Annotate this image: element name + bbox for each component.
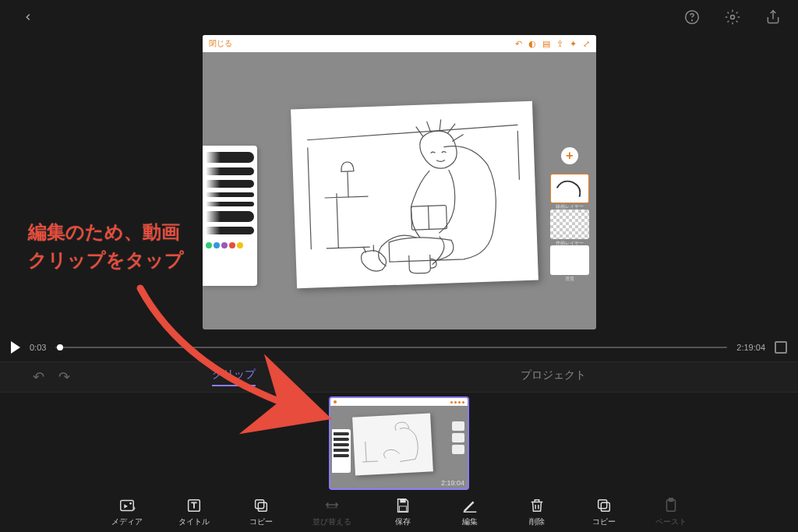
- svg-rect-6: [121, 500, 134, 510]
- play-button[interactable]: [11, 341, 20, 354]
- tool-reorder: 並び替える: [312, 497, 351, 527]
- current-time: 0:03: [30, 343, 46, 352]
- media-icon: +: [118, 497, 136, 514]
- brush-5[interactable]: [206, 202, 254, 206]
- brush-4[interactable]: [206, 192, 254, 197]
- bottom-toolbar: + メディア タイトル コピー 並び替える 保存 編集 削除 コピー ペースト: [0, 491, 798, 532]
- layer-thumb-2[interactable]: 作画レイヤー: [550, 210, 589, 239]
- layers-panel: + 線画レイヤー 作画レイヤー 背景: [549, 147, 591, 275]
- redo-button[interactable]: ↷: [58, 368, 70, 386]
- svg-point-7: [129, 502, 132, 504]
- document-toolbar: 閉じる ↶ ◐ ▤ ⇪ ✦ ⤢: [203, 35, 596, 52]
- document-preview: 閉じる ↶ ◐ ▤ ⇪ ✦ ⤢: [203, 35, 596, 329]
- drawing-canvas: [291, 101, 538, 289]
- tool-delete[interactable]: 削除: [521, 497, 553, 527]
- settings-icon[interactable]: [723, 8, 742, 26]
- upload-mini-icon[interactable]: ⇪: [556, 39, 563, 49]
- tool-title[interactable]: タイトル: [178, 497, 210, 527]
- svg-rect-15: [601, 502, 609, 511]
- tool-paste: ペースト: [655, 497, 687, 527]
- paste-icon: [662, 497, 680, 514]
- top-bar: [0, 0, 798, 34]
- svg-rect-16: [598, 499, 607, 508]
- edit-icon: [461, 497, 478, 514]
- brush-6[interactable]: [206, 211, 254, 222]
- expand-mini-icon[interactable]: ⤢: [583, 39, 590, 49]
- reorder-icon: [323, 497, 341, 514]
- tab-clip[interactable]: クリップ: [212, 368, 256, 386]
- sparkle-mini-icon[interactable]: ✦: [570, 39, 577, 49]
- tool-copy2[interactable]: コピー: [588, 497, 620, 527]
- svg-text:+: +: [132, 506, 136, 513]
- svg-line-5: [429, 206, 429, 229]
- playback-bar: 0:03 2:19:04: [0, 333, 798, 361]
- tab-row: ↶ ↷ クリップ プロジェクト: [0, 361, 798, 393]
- brush-1[interactable]: [206, 152, 254, 163]
- tool-copy[interactable]: コピー: [245, 497, 277, 527]
- svg-point-2: [731, 16, 735, 19]
- undo-button[interactable]: ↶: [33, 368, 44, 386]
- doc-tool-icons: ↶ ◐ ▤ ⇪ ✦ ⤢: [515, 39, 590, 49]
- svg-rect-18: [669, 498, 673, 501]
- save-icon: [394, 497, 411, 514]
- brush-3[interactable]: [206, 180, 254, 188]
- doc-close-label[interactable]: 閉じる: [209, 38, 232, 49]
- layer-mini-icon[interactable]: ▤: [542, 39, 550, 49]
- layer-thumb-1[interactable]: 線画レイヤー: [550, 174, 589, 203]
- back-button[interactable]: [19, 8, 37, 26]
- svg-rect-14: [399, 506, 406, 510]
- svg-rect-12: [256, 499, 264, 508]
- delete-icon: [528, 497, 546, 514]
- tool-edit[interactable]: 編集: [454, 497, 486, 527]
- brush-palette[interactable]: [203, 146, 257, 286]
- brush-7[interactable]: [206, 227, 254, 234]
- help-icon[interactable]: [683, 8, 701, 26]
- scrubber[interactable]: [55, 347, 727, 348]
- clip-area: 2:19:04: [0, 393, 798, 494]
- add-layer-button[interactable]: +: [561, 147, 578, 164]
- svg-marker-8: [124, 504, 128, 509]
- copy-icon: [252, 497, 270, 514]
- adjust-mini-icon[interactable]: ◐: [528, 39, 536, 49]
- share-icon[interactable]: [764, 8, 782, 26]
- tool-media[interactable]: + メディア: [111, 497, 143, 527]
- total-time: 2:19:04: [736, 343, 765, 352]
- undo-mini-icon[interactable]: ↶: [515, 39, 522, 49]
- layer-thumb-3[interactable]: 背景: [550, 245, 589, 275]
- brush-2[interactable]: [206, 167, 254, 175]
- copy2-icon: [595, 497, 613, 514]
- title-icon: [185, 497, 203, 514]
- tab-project[interactable]: プロジェクト: [521, 368, 586, 386]
- svg-point-1: [692, 20, 693, 21]
- fullscreen-button[interactable]: [775, 341, 787, 354]
- svg-rect-11: [258, 502, 267, 511]
- preview-area: 閉じる ↶ ◐ ▤ ⇪ ✦ ⤢: [0, 34, 798, 330]
- clip-thumbnail[interactable]: 2:19:04: [329, 396, 469, 490]
- svg-rect-13: [400, 499, 405, 502]
- brush-colors[interactable]: [206, 242, 254, 248]
- tool-save[interactable]: 保存: [387, 497, 418, 527]
- clip-duration: 2:19:04: [441, 479, 464, 487]
